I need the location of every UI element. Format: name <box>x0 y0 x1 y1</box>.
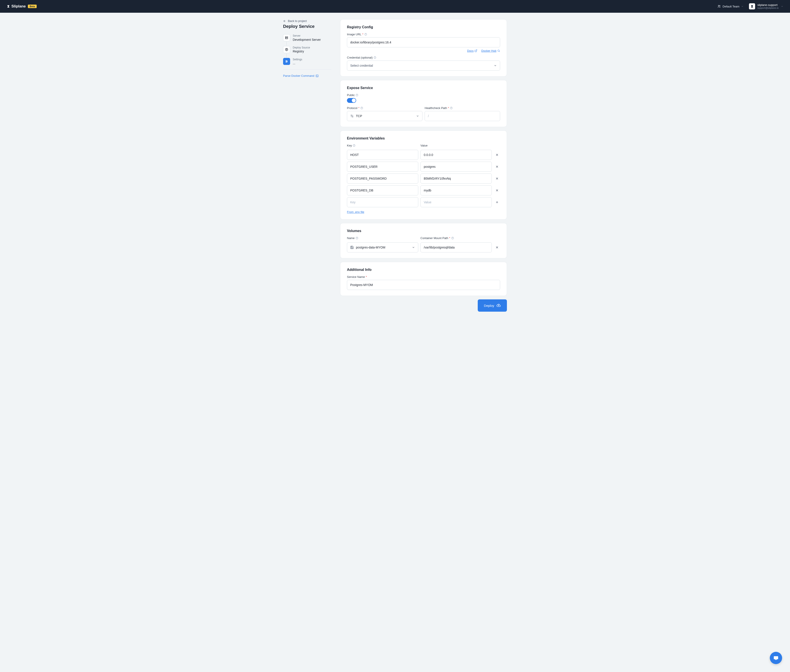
env-key-input[interactable] <box>347 162 418 172</box>
docs-link[interactable]: Docs <box>467 49 478 53</box>
user-menu[interactable]: sliplane-support support@sliplane.io <box>749 3 784 10</box>
env-value-input[interactable] <box>420 173 492 184</box>
cloud-upload-icon <box>497 303 501 308</box>
env-row <box>347 162 500 172</box>
chevron-down-icon <box>741 5 744 8</box>
close-icon <box>495 177 499 180</box>
remove-env-button[interactable] <box>494 150 500 160</box>
env-row-new <box>347 197 500 207</box>
image-url-input[interactable] <box>347 37 500 47</box>
card-title: Environment Variables <box>347 136 500 140</box>
env-row <box>347 185 500 195</box>
registry-icon <box>283 46 290 53</box>
settings-icon <box>283 58 290 65</box>
parse-label: Parse Docker Command <box>283 74 314 77</box>
save-icon <box>350 246 354 249</box>
env-value-input[interactable] <box>420 185 492 195</box>
env-value-input[interactable] <box>420 197 492 207</box>
env-value-input[interactable] <box>420 150 492 160</box>
credential-select[interactable]: Select credential <box>347 61 500 70</box>
svg-point-25 <box>362 109 362 109</box>
chevron-down-icon <box>412 246 415 249</box>
chevron-down-icon <box>494 64 497 67</box>
arrow-left-icon <box>283 19 286 22</box>
env-key-input[interactable] <box>347 185 418 195</box>
server-icon <box>283 34 290 41</box>
user-name: sliplane-support <box>757 3 779 7</box>
help-icon[interactable] <box>373 56 377 59</box>
step-label: Server <box>293 34 321 38</box>
volume-select[interactable]: postgres-data-MYOM <box>347 242 418 253</box>
env-key-input[interactable] <box>347 173 418 184</box>
healthcheck-input[interactable] <box>425 111 500 121</box>
svg-point-0 <box>718 5 719 6</box>
value-header: Value <box>420 144 492 147</box>
deploy-button[interactable]: Deploy <box>478 299 507 312</box>
env-rows <box>347 150 500 207</box>
remove-env-button[interactable] <box>494 185 500 195</box>
back-link[interactable]: Back to project <box>283 19 332 22</box>
env-key-input[interactable] <box>347 197 418 207</box>
plus-icon <box>495 200 499 204</box>
step-value: Registry <box>293 50 310 53</box>
dockerhub-link[interactable]: Docker Hub <box>481 49 500 53</box>
terminal-icon <box>316 74 319 77</box>
image-url-label: Image URL* <box>347 33 500 36</box>
mount-path-input[interactable] <box>420 242 492 253</box>
logo-wrap: Sliplane Beta <box>6 4 37 8</box>
step-label: Deploy Source <box>293 46 310 50</box>
beta-badge: Beta <box>28 5 37 8</box>
svg-point-18 <box>498 50 500 51</box>
step-value: Development Server <box>293 38 321 42</box>
chevron-down-icon <box>781 5 784 8</box>
close-icon <box>495 246 499 249</box>
card-title: Additional Info <box>347 268 500 272</box>
page-title: Deploy Service <box>283 24 332 29</box>
help-icon[interactable] <box>361 107 363 109</box>
back-label: Back to project <box>288 19 307 22</box>
external-link-icon <box>474 50 477 52</box>
brand-text: Sliplane <box>11 4 26 8</box>
svg-point-1 <box>719 5 720 6</box>
from-env-link[interactable]: From .env file <box>347 210 364 214</box>
arrows-icon <box>350 114 354 118</box>
env-value-input[interactable] <box>420 162 492 172</box>
protocol-select[interactable]: TCP <box>347 111 422 121</box>
key-header: Key <box>347 144 418 147</box>
volumes-card: Volumes Name Container Mount Path* <box>340 223 507 258</box>
vol-mount-label: Container Mount Path* <box>420 237 492 240</box>
content: Registry Config Image URL* Docs Docker H… <box>340 19 507 312</box>
close-icon <box>495 153 499 157</box>
svg-line-19 <box>499 51 500 52</box>
help-icon[interactable] <box>356 94 358 96</box>
remove-volume-button[interactable] <box>494 242 500 253</box>
public-toggle[interactable] <box>347 98 356 103</box>
search-icon <box>497 50 500 52</box>
remove-env-button[interactable] <box>494 162 500 172</box>
help-icon[interactable] <box>451 237 454 240</box>
service-name-input[interactable] <box>347 280 500 290</box>
help-icon[interactable] <box>364 33 367 36</box>
app-header: Sliplane Beta Default Team sliplane-supp… <box>0 0 790 13</box>
add-env-button[interactable] <box>494 197 500 207</box>
step-source[interactable]: Deploy Source Registry <box>283 46 332 53</box>
help-icon[interactable] <box>356 237 358 240</box>
sidebar: Back to project Deploy Service Server De… <box>283 19 332 312</box>
team-switcher[interactable]: Default Team <box>717 5 744 8</box>
team-name: Default Team <box>723 5 739 8</box>
help-icon[interactable] <box>353 144 356 147</box>
step-settings[interactable]: Settings ... <box>283 58 332 66</box>
env-key-input[interactable] <box>347 150 418 160</box>
additional-card: Additional Info Service Name* <box>340 262 507 296</box>
step-server[interactable]: Server Development Server <box>283 34 332 42</box>
healthcheck-label: Healthcheck Path* <box>425 106 500 110</box>
protocol-label: Protocol* <box>347 106 422 110</box>
parse-docker-link[interactable]: Parse Docker Command <box>283 70 332 77</box>
brand-logo[interactable]: Sliplane <box>6 4 26 8</box>
env-card: Environment Variables Key Value From .en… <box>340 131 507 219</box>
main: Back to project Deploy Service Server De… <box>0 13 790 325</box>
svg-point-12 <box>286 62 287 62</box>
help-icon[interactable] <box>450 107 453 109</box>
env-row <box>347 150 500 160</box>
remove-env-button[interactable] <box>494 173 500 184</box>
